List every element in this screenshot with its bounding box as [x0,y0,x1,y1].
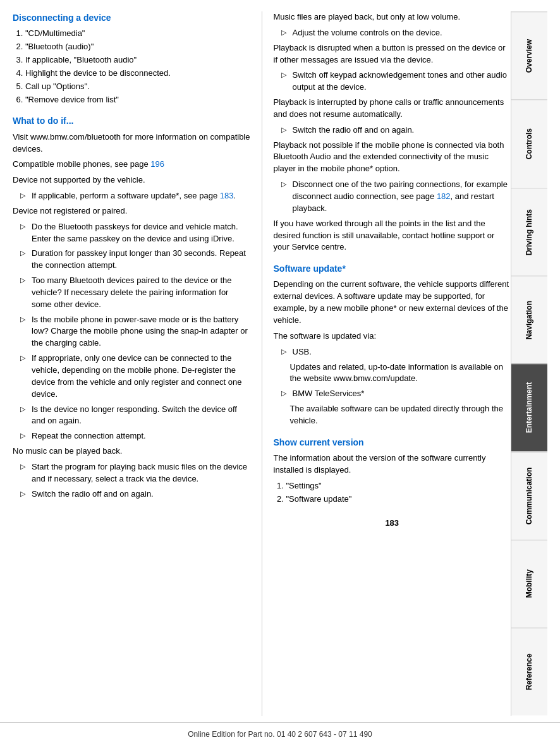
bullet-arrow-icon: ▷ [281,125,290,136]
list-item: If applicable, "Bluetooth audio" [25,54,250,66]
bullet-item: ▷ USB. [274,346,511,358]
list-item: Highlight the device to be disconnected. [25,68,250,80]
list-item: "CD/Multimedia" [25,28,250,40]
line4: Device not registered or paired. [13,205,250,217]
section2-intro: Visit www.bmw.com/bluetooth for more inf… [13,131,250,155]
page-link-196[interactable]: 196 [150,159,164,169]
bullet-item: ▷ Adjust the volume controls on the devi… [274,27,511,39]
indent-block: The available software can be updated di… [274,403,511,427]
section1-list: "CD/Multimedia" "Bluetooth (audio)" If a… [13,28,250,106]
bullet-item: ▷ BMW TeleServices* [274,388,511,400]
footer-text: Online Edition for Part no. 01 40 2 607 … [188,730,372,739]
bullet-arrow-icon: ▷ [20,404,29,428]
list-item: "Remove device from list" [25,94,250,106]
bullet-item: ▷ If appropriate, only one device can be… [13,353,250,400]
bullet-item: ▷ Duration for passkey input longer than… [13,248,250,272]
section4-title: Show current version [274,436,511,449]
sidebar-item-communication[interactable]: Communication [511,452,547,540]
bullet-item: ▷ Switch the radio off and on again. [274,124,511,136]
sidebar-item-entertainment[interactable]: Entertainment [511,363,547,451]
bullet-item: ▷ Switch the radio off and on again. [13,488,250,500]
bullet-arrow-icon: ▷ [20,248,29,272]
left-column: Disconnecting a device "CD/Multimedia" "… [13,11,262,716]
sidebar: Overview Controls Driving hints Navigati… [511,11,547,716]
bullet-arrow-icon: ▷ [20,489,29,500]
page-number: 183 [274,518,511,530]
section2-line3: Device not supported by the vehicle. [13,174,250,186]
sidebar-item-overview[interactable]: Overview [511,11,547,99]
list-item: "Software update" [286,494,511,506]
list-item: "Bluetooth (audio)" [25,41,250,53]
bullet-arrow-icon: ▷ [20,315,29,350]
bullet-item: ▷ Is the device no longer responding. Sw… [13,404,250,428]
section2-line2: Compatible mobile phones, see page 196 [13,159,250,171]
bullet-arrow-icon: ▷ [20,431,29,442]
page-link-182[interactable]: 182 [437,191,451,201]
bullet-arrow-icon: ▷ [281,347,290,358]
page-link-183[interactable]: 183 [220,191,234,200]
bullet-item: ▷ If applicable, perform a software upda… [13,190,250,202]
section2-title: What to do if... [13,114,250,127]
bullet-arrow-icon: ▷ [281,179,290,215]
bullet-arrow-icon: ▷ [281,70,290,94]
bullet-item: ▷ Do the Bluetooth passkeys for device a… [13,221,250,245]
right-para2: Playback is interrupted by phone calls o… [274,97,511,121]
line5: No music can be played back. [13,445,250,457]
bullet-arrow-icon: ▷ [20,222,29,245]
bullet-arrow-icon: ▷ [281,28,290,39]
sidebar-item-navigation[interactable]: Navigation [511,276,547,363]
bullet-arrow-icon: ▷ [20,462,29,485]
bullet-item: ▷ Repeat the connection attempt. [13,430,250,442]
section4-para: The information about the version of the… [274,452,511,476]
indent-block: Updates and related, up-to-date informat… [274,361,511,385]
bullet-arrow-icon: ▷ [281,389,290,400]
bullet-arrow-icon: ▷ [20,353,29,400]
right-para3: Playback not possible if the mobile phon… [274,140,511,176]
bullet-arrow-icon: ▷ [20,276,29,311]
section1-title: Disconnecting a device [13,11,250,24]
list-item: "Settings" [286,480,511,492]
bullet-item: ▷ Disconnect one of the two pairing conn… [274,179,511,215]
bullet-item: ▷ Start the program for playing back mus… [13,461,250,485]
section4-list: "Settings" "Software update" [274,480,511,506]
footer: Online Edition for Part no. 01 40 2 607 … [0,722,560,745]
right-column: Music files are played back, but only at… [262,11,511,716]
right-para4: If you have worked through all the point… [274,218,511,254]
section3-line2: The software is updated via: [274,330,511,342]
sidebar-item-mobility[interactable]: Mobility [511,540,547,627]
sidebar-item-controls[interactable]: Controls [511,99,547,187]
sidebar-item-driving-hints[interactable]: Driving hints [511,188,547,276]
list-item: Call up "Options". [25,81,250,93]
section3-para: Depending on the current software, the v… [274,279,511,326]
bullet-item: ▷ Too many Bluetooth devices paired to t… [13,275,250,311]
right-intro: Music files are played back, but only at… [274,11,511,23]
bullet-arrow-icon: ▷ [20,191,29,202]
right-para1: Playback is disrupted when a button is p… [274,42,511,66]
bullet-item: ▷ Switch off keypad acknowledgement tone… [274,70,511,94]
bullet-item: ▷ Is the mobile phone in power-save mode… [13,314,250,350]
section3-title: Software update* [274,262,511,275]
sidebar-item-reference[interactable]: Reference [511,627,547,715]
